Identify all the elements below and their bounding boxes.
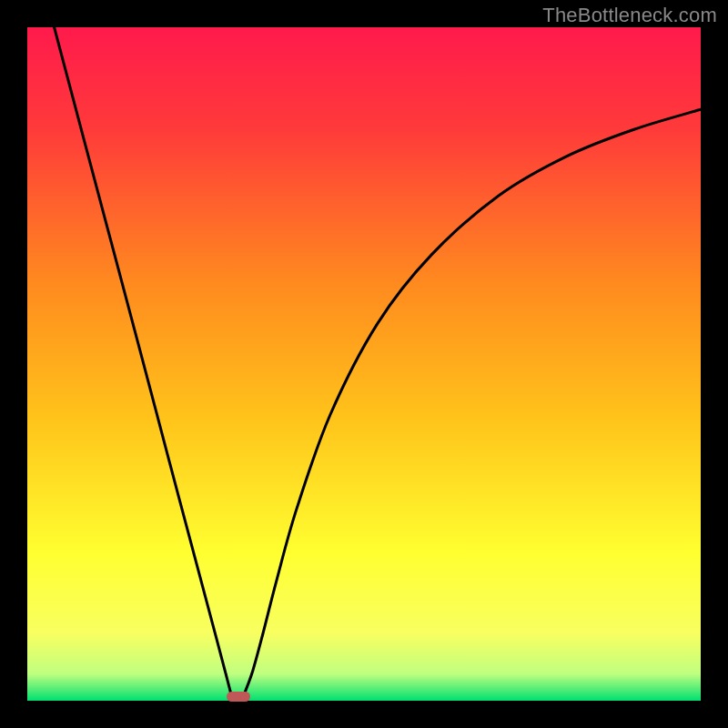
- chart-background: [27, 27, 701, 701]
- chart-frame: TheBottleneck.com: [0, 0, 728, 728]
- bottleneck-chart: [27, 27, 701, 701]
- watermark-label: TheBottleneck.com: [542, 4, 717, 27]
- minimum-marker: [227, 692, 250, 702]
